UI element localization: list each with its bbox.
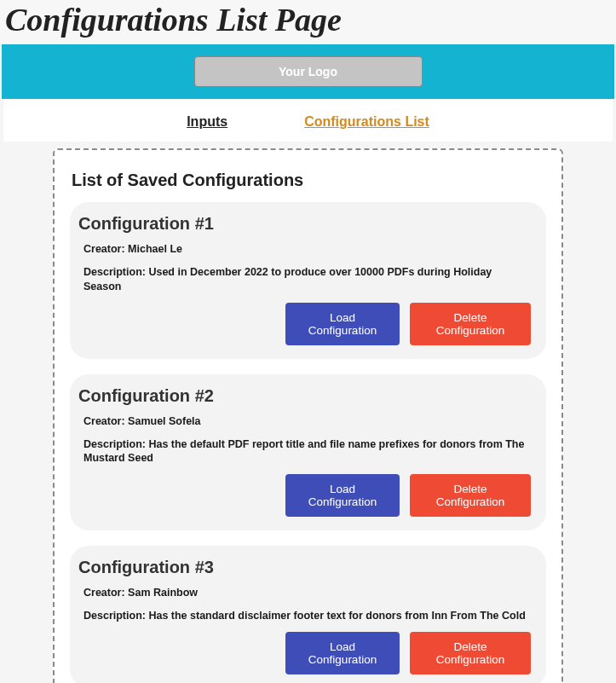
- card-actions: Load Configuration Delete Configuration: [78, 474, 531, 517]
- list-heading: List of Saved Configurations: [72, 171, 546, 190]
- configuration-title: Configuration #3: [78, 558, 531, 577]
- configuration-card: Configuration #1 Creator: Michael Le Des…: [70, 202, 546, 359]
- tab-inputs[interactable]: Inputs: [187, 114, 227, 130]
- card-actions: Load Configuration Delete Configuration: [78, 632, 531, 674]
- configuration-creator: Creator: Michael Le: [83, 242, 531, 257]
- configurations-panel: List of Saved Configurations Configurati…: [53, 148, 563, 683]
- tab-configurations-list[interactable]: Configurations List: [304, 114, 429, 130]
- load-configuration-button[interactable]: Load Configuration: [285, 632, 400, 674]
- configuration-description: Description: Has the default PDF report …: [83, 437, 531, 466]
- configuration-creator: Creator: Sam Rainbow: [83, 586, 531, 600]
- configuration-creator: Creator: Samuel Sofela: [83, 414, 531, 429]
- configuration-description: Description: Used in December 2022 to pr…: [83, 265, 531, 294]
- logo-placeholder: Your Logo: [194, 56, 423, 87]
- configuration-card: Configuration #2 Creator: Samuel Sofela …: [70, 374, 546, 531]
- page-title: Configurations List Page: [0, 0, 616, 44]
- delete-configuration-button[interactable]: Delete Configuration: [410, 632, 531, 674]
- configuration-description: Description: Has the standard disclaimer…: [83, 609, 531, 623]
- load-configuration-button[interactable]: Load Configuration: [285, 303, 400, 345]
- delete-configuration-button[interactable]: Delete Configuration: [410, 474, 531, 517]
- configuration-title: Configuration #1: [78, 214, 531, 234]
- tab-bar: Inputs Configurations List: [3, 99, 613, 142]
- card-actions: Load Configuration Delete Configuration: [78, 303, 531, 345]
- configuration-title: Configuration #2: [78, 386, 531, 406]
- configuration-card: Configuration #3 Creator: Sam Rainbow De…: [70, 546, 546, 683]
- delete-configuration-button[interactable]: Delete Configuration: [410, 303, 531, 345]
- logo-bar: Your Logo: [2, 44, 614, 99]
- load-configuration-button[interactable]: Load Configuration: [285, 474, 400, 517]
